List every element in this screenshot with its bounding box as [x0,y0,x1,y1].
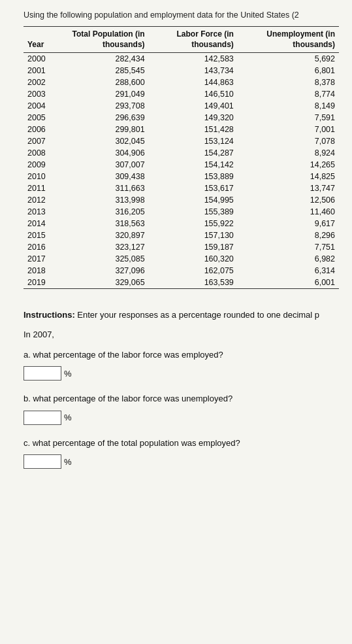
table-cell-year: 2008 [24,147,50,159]
table-cell-total_pop: 327,096 [50,265,149,277]
question-b-label: b. what percentage of the labor force wa… [24,392,339,405]
table-cell-total_pop: 316,205 [50,206,149,218]
table-row: 2004293,708149,4018,149 [24,100,339,112]
table-cell-labor_force: 149,401 [149,100,238,112]
table-cell-unemployment: 9,617 [238,218,339,229]
answer-b-row: % [24,411,339,425]
table-cell-labor_force: 162,075 [149,265,238,277]
table-cell-labor_force: 159,187 [149,241,238,253]
table-cell-total_pop: 285,545 [50,65,149,76]
table-cell-year: 2016 [24,241,50,253]
table-row: 2007302,045153,1247,078 [24,135,339,147]
table-cell-unemployment: 7,751 [238,241,339,253]
table-row: 2001285,545143,7346,801 [24,65,339,76]
table-cell-labor_force: 154,287 [149,147,238,159]
question-c-label: c. what percentage of the total populati… [24,437,339,450]
table-row: 2009307,007154,14214,265 [24,159,339,171]
table-cell-unemployment: 14,265 [238,159,339,171]
instructions-label: Instructions: [24,310,75,320]
table-cell-unemployment: 13,747 [238,182,339,194]
answer-a-percent: % [64,369,72,379]
col-header-unemployment: Unemployment (in thousands) [238,27,339,53]
table-row: 2019329,065163,5396,001 [24,277,339,289]
table-row: 2017325,085160,3206,982 [24,253,339,265]
col-header-year: Year [24,27,50,53]
table-cell-year: 2013 [24,206,50,218]
table-cell-labor_force: 154,142 [149,159,238,171]
intro-text: Using the following population and emplo… [24,10,339,20]
table-cell-unemployment: 7,001 [238,124,339,135]
table-cell-labor_force: 153,617 [149,182,238,194]
table-cell-total_pop: 323,127 [50,241,149,253]
instructions-text: Enter your responses as a percentage rou… [75,310,319,320]
table-cell-labor_force: 143,734 [149,65,238,76]
table-cell-unemployment: 14,825 [238,171,339,182]
table-cell-unemployment: 11,460 [238,206,339,218]
table-cell-total_pop: 311,663 [50,182,149,194]
col-header-total-pop: Total Population (in thousands) [50,27,149,53]
table-row: 2005296,639149,3207,591 [24,112,339,124]
table-cell-labor_force: 154,995 [149,194,238,206]
table-cell-total_pop: 313,998 [50,194,149,206]
question-a-label: a. what percentage of the labor force wa… [24,348,339,362]
table-cell-total_pop: 293,708 [50,100,149,112]
table-cell-unemployment: 12,506 [238,194,339,206]
table-row: 2013316,205155,38911,460 [24,206,339,218]
col-header-labor-force: Labor Force (in thousands) [149,27,238,53]
table-row: 2006299,801151,4287,001 [24,124,339,135]
table-cell-labor_force: 160,320 [149,253,238,265]
table-cell-labor_force: 155,389 [149,206,238,218]
table-cell-year: 2004 [24,100,50,112]
table-cell-year: 2014 [24,218,50,229]
table-cell-year: 2012 [24,194,50,206]
answer-b-percent: % [64,413,72,422]
table-cell-total_pop: 288,600 [50,76,149,88]
table-cell-total_pop: 302,045 [50,135,149,147]
table-cell-labor_force: 149,320 [149,112,238,124]
table-cell-year: 2015 [24,229,50,241]
data-table: Year Total Population (in thousands) Lab… [24,26,339,289]
table-cell-unemployment: 8,296 [238,229,339,241]
table-cell-unemployment: 6,314 [238,265,339,277]
table-row: 2015320,897157,1308,296 [24,229,339,241]
table-cell-total_pop: 296,639 [50,112,149,124]
table-cell-unemployment: 8,774 [238,88,339,100]
table-cell-unemployment: 6,801 [238,65,339,76]
table-cell-unemployment: 7,591 [238,112,339,124]
table-cell-labor_force: 157,130 [149,229,238,241]
table-cell-year: 2007 [24,135,50,147]
table-cell-total_pop: 307,007 [50,159,149,171]
answer-a-row: % [24,366,339,381]
answer-b-input[interactable] [24,411,61,425]
table-cell-unemployment: 6,001 [238,277,339,289]
table-cell-total_pop: 309,438 [50,171,149,182]
table-cell-year: 2005 [24,112,50,124]
table-cell-year: 2006 [24,124,50,135]
instructions: Instructions: Enter your responses as a … [24,309,339,322]
table-cell-total_pop: 320,897 [50,229,149,241]
table-cell-year: 2003 [24,88,50,100]
table-cell-total_pop: 299,801 [50,124,149,135]
table-cell-unemployment: 8,924 [238,147,339,159]
table-cell-year: 2002 [24,76,50,88]
answer-c-input[interactable] [24,454,61,469]
table-row: 2010309,438153,88914,825 [24,171,339,182]
table-cell-total_pop: 291,049 [50,88,149,100]
year-context: In 2007, [24,330,339,339]
table-row: 2011311,663153,61713,747 [24,182,339,194]
table-cell-labor_force: 153,889 [149,171,238,182]
table-cell-total_pop: 282,434 [50,53,149,65]
table-cell-unemployment: 8,149 [238,100,339,112]
table-cell-year: 2000 [24,53,50,65]
table-row: 2008304,906154,2878,924 [24,147,339,159]
table-cell-unemployment: 7,078 [238,135,339,147]
table-cell-year: 2017 [24,253,50,265]
table-cell-labor_force: 142,583 [149,53,238,65]
table-cell-labor_force: 151,428 [149,124,238,135]
table-cell-labor_force: 144,863 [149,76,238,88]
table-cell-unemployment: 6,982 [238,253,339,265]
table-cell-labor_force: 155,922 [149,218,238,229]
answer-a-input[interactable] [24,366,61,381]
table-cell-labor_force: 163,539 [149,277,238,289]
table-cell-year: 2001 [24,65,50,76]
